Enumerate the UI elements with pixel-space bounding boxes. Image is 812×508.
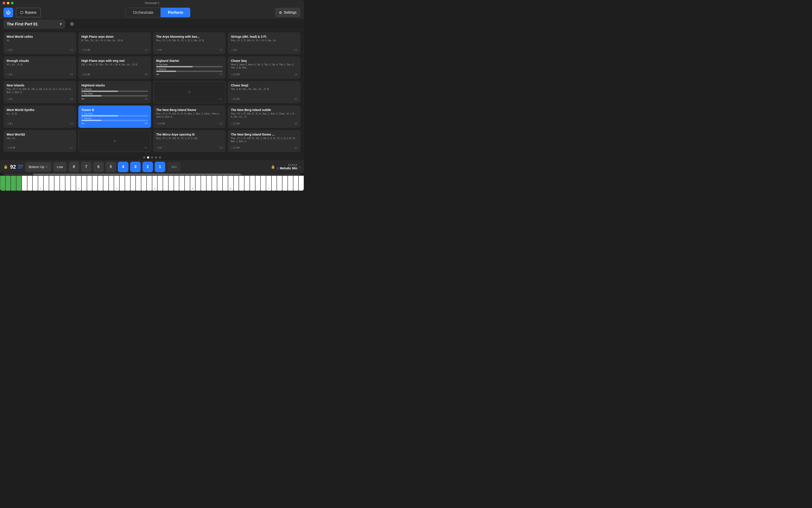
white-key-14[interactable]: 2: [76, 176, 81, 191]
white-key-30[interactable]: [163, 176, 168, 191]
num-button-2[interactable]: 2: [143, 162, 153, 172]
white-key-49[interactable]: 7: [266, 176, 272, 191]
piano-scrollbar[interactable]: [3, 173, 300, 175]
white-key-15[interactable]: [81, 176, 87, 191]
pagination-dot-5[interactable]: [159, 156, 161, 159]
close-button[interactable]: [3, 2, 5, 4]
card-18[interactable]: + 38: [78, 130, 151, 152]
white-key-11[interactable]: [60, 176, 65, 191]
white-key-48[interactable]: [260, 176, 266, 191]
white-key-7[interactable]: 1: [38, 176, 43, 191]
card-7[interactable]: Bigband Starter X: Top Note Y: Velocity …: [153, 56, 226, 79]
card-2[interactable]: High Piano arps down B. Tbn., Tb., Vl. I…: [78, 32, 151, 54]
num-button-7[interactable]: 7: [81, 162, 91, 172]
power-button[interactable]: ⏻: [3, 8, 13, 17]
bypass-button[interactable]: Bypass: [16, 8, 41, 17]
orchestrate-button[interactable]: Orchestrate: [126, 8, 161, 17]
white-key-1[interactable]: [5, 176, 11, 191]
white-key-51[interactable]: [277, 176, 282, 191]
white-key-29[interactable]: [157, 176, 163, 191]
white-key-27[interactable]: [147, 176, 152, 191]
white-key-40[interactable]: [217, 176, 222, 191]
card-9[interactable]: New Islands Picc., Fl. 1, Fl. 2/A. Fl., …: [3, 81, 76, 103]
pagination-dot-2[interactable]: [147, 156, 149, 159]
white-key-3[interactable]: [16, 176, 22, 191]
card-14[interactable]: Teaser B X: Top Note Y: Velocity ≔ 34: [78, 105, 151, 128]
white-key-26[interactable]: [141, 176, 147, 191]
white-key-13[interactable]: [71, 176, 76, 191]
mel-button[interactable]: Mel: [167, 162, 180, 172]
fullscreen-button[interactable]: [11, 2, 13, 4]
white-key-47[interactable]: [255, 176, 261, 191]
white-key-50[interactable]: [272, 176, 277, 191]
white-key-55[interactable]: [298, 176, 304, 191]
card-11[interactable]: + 31: [153, 81, 226, 103]
white-key-36[interactable]: [195, 176, 201, 191]
white-key-52[interactable]: [282, 176, 288, 191]
white-key-34[interactable]: [185, 176, 190, 191]
white-key-46[interactable]: [250, 176, 255, 191]
card-8[interactable]: Chase Seq Horn 1, Horn 2, Horn 3, Tpt. 2…: [228, 56, 300, 79]
white-key-38[interactable]: [206, 176, 212, 191]
preset-settings-button[interactable]: ⚙: [68, 20, 76, 29]
card-10[interactable]: Highland stacks X: Velocity Y: Top Note …: [78, 81, 151, 103]
perform-button[interactable]: Perform: [161, 8, 190, 17]
pagination-dot-3[interactable]: [151, 156, 153, 159]
white-key-24[interactable]: [130, 176, 136, 191]
white-key-4[interactable]: [22, 176, 27, 191]
card-17[interactable]: West World2 Vla., Vc. ↑ | 4 | M 37: [3, 130, 76, 152]
white-key-23[interactable]: [125, 176, 130, 191]
card-12[interactable]: Chase Seq2 Tbn. 3, B. Tbn., Tb., Vla., V…: [228, 81, 300, 103]
white-key-22[interactable]: [119, 176, 125, 191]
card-15[interactable]: The New Berg Island theme Picc., Fl. 1, …: [153, 105, 226, 128]
num-button-6[interactable]: 6: [93, 162, 104, 172]
white-key-8[interactable]: [43, 176, 49, 191]
low-button[interactable]: Low: [53, 162, 67, 172]
white-key-21[interactable]: 3: [114, 176, 119, 191]
white-key-41[interactable]: [222, 176, 228, 191]
scale-chevron-button[interactable]: ‹: [299, 165, 300, 169]
white-key-28[interactable]: 4: [152, 176, 158, 191]
white-key-54[interactable]: [293, 176, 299, 191]
white-key-9[interactable]: [49, 176, 54, 191]
white-key-45[interactable]: [244, 176, 250, 191]
card-20[interactable]: The New Berg Island theme ... Picc., Fl.…: [228, 130, 300, 152]
white-key-20[interactable]: [109, 176, 114, 191]
white-key-32[interactable]: [174, 176, 179, 191]
settings-button[interactable]: ⚙ Settings: [275, 8, 300, 17]
num-button-1[interactable]: 1: [155, 162, 165, 172]
num-button-8[interactable]: 8: [69, 162, 79, 172]
white-key-17[interactable]: [92, 176, 98, 191]
card-13[interactable]: West World Synths Vc. , D. B. ↑ | 4 | 33: [3, 105, 76, 128]
preset-selector[interactable]: The First Perf 01 ▾: [3, 20, 65, 29]
card-6[interactable]: High Piano arps with strg mel Ob. 1, Ob.…: [78, 56, 151, 79]
num-button-5[interactable]: 5: [106, 162, 116, 172]
white-key-37[interactable]: [201, 176, 206, 191]
card-5[interactable]: through clouds Vl. I, Vc. , D. B. ↑ | 4 …: [3, 56, 76, 79]
white-key-33[interactable]: [179, 176, 185, 191]
white-key-31[interactable]: [168, 176, 174, 191]
card-19[interactable]: The Mirco Arps opening III Picc., Fl. 1,…: [153, 130, 226, 152]
white-key-39[interactable]: [212, 176, 217, 191]
white-key-2[interactable]: [11, 176, 16, 191]
white-key-25[interactable]: [136, 176, 141, 191]
num-button-4[interactable]: 4: [118, 162, 128, 172]
white-key-0[interactable]: 0: [0, 176, 5, 191]
white-key-43[interactable]: [234, 176, 239, 191]
card-4[interactable]: Strings (dbl. lead) & 3 Fl. Picc., Fl. 1…: [228, 32, 300, 54]
white-key-53[interactable]: [288, 176, 293, 191]
white-key-42[interactable]: 6: [228, 176, 234, 191]
card-1[interactable]: West World cellos Vc. ↑ | 3 | 21: [3, 32, 76, 54]
white-key-12[interactable]: [65, 176, 71, 191]
pagination-dot-1[interactable]: [143, 156, 145, 159]
pagination-dot-4[interactable]: [155, 156, 157, 159]
num-button-3[interactable]: 3: [130, 162, 141, 172]
white-key-16[interactable]: [87, 176, 92, 191]
minimize-button[interactable]: [7, 2, 9, 4]
white-key-44[interactable]: [239, 176, 244, 191]
card-3[interactable]: The Arps blooming with bas... Picc., Fl.…: [153, 32, 226, 54]
white-key-18[interactable]: [98, 176, 103, 191]
white-key-5[interactable]: [27, 176, 33, 191]
white-key-6[interactable]: [33, 176, 38, 191]
direction-button[interactable]: Bottom Up ↑: [25, 162, 51, 172]
